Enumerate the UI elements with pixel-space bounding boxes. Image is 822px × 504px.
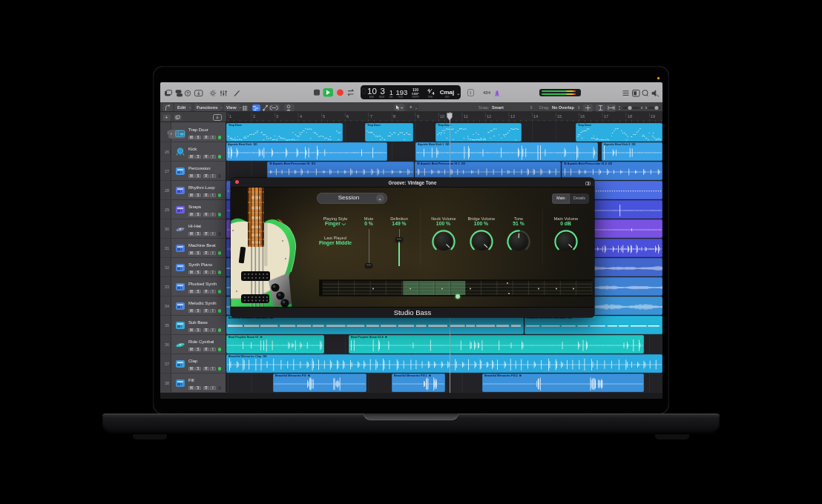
svg-text:?: ? (186, 91, 189, 96)
